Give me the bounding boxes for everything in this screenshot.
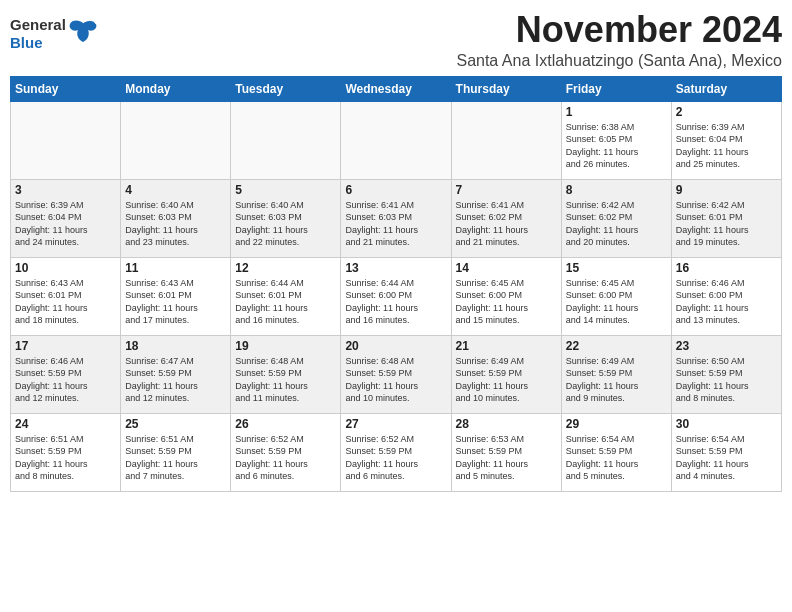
weekday-header-tuesday: Tuesday [231,76,341,101]
calendar-cell: 24Sunrise: 6:51 AM Sunset: 5:59 PM Dayli… [11,413,121,491]
day-info: Sunrise: 6:54 AM Sunset: 5:59 PM Dayligh… [676,433,777,483]
calendar-cell [11,101,121,179]
calendar-cell: 22Sunrise: 6:49 AM Sunset: 5:59 PM Dayli… [561,335,671,413]
calendar-cell: 5Sunrise: 6:40 AM Sunset: 6:03 PM Daylig… [231,179,341,257]
calendar-cell: 12Sunrise: 6:44 AM Sunset: 6:01 PM Dayli… [231,257,341,335]
day-info: Sunrise: 6:51 AM Sunset: 5:59 PM Dayligh… [125,433,226,483]
calendar-cell: 28Sunrise: 6:53 AM Sunset: 5:59 PM Dayli… [451,413,561,491]
calendar-cell: 29Sunrise: 6:54 AM Sunset: 5:59 PM Dayli… [561,413,671,491]
calendar-cell: 30Sunrise: 6:54 AM Sunset: 5:59 PM Dayli… [671,413,781,491]
day-number: 6 [345,183,446,197]
logo-text: General Blue [10,16,66,52]
calendar-cell: 4Sunrise: 6:40 AM Sunset: 6:03 PM Daylig… [121,179,231,257]
calendar-cell: 17Sunrise: 6:46 AM Sunset: 5:59 PM Dayli… [11,335,121,413]
weekday-header-sunday: Sunday [11,76,121,101]
day-info: Sunrise: 6:45 AM Sunset: 6:00 PM Dayligh… [566,277,667,327]
day-info: Sunrise: 6:54 AM Sunset: 5:59 PM Dayligh… [566,433,667,483]
header: General Blue November 2024 Santa Ana Ixt… [10,10,782,70]
day-info: Sunrise: 6:44 AM Sunset: 6:01 PM Dayligh… [235,277,336,327]
day-info: Sunrise: 6:46 AM Sunset: 5:59 PM Dayligh… [15,355,116,405]
weekday-header-row: SundayMondayTuesdayWednesdayThursdayFrid… [11,76,782,101]
day-number: 15 [566,261,667,275]
day-info: Sunrise: 6:43 AM Sunset: 6:01 PM Dayligh… [15,277,116,327]
day-info: Sunrise: 6:42 AM Sunset: 6:02 PM Dayligh… [566,199,667,249]
location-title: Santa Ana Ixtlahuatzingo (Santa Ana), Me… [118,52,782,70]
day-info: Sunrise: 6:40 AM Sunset: 6:03 PM Dayligh… [125,199,226,249]
calendar-table: SundayMondayTuesdayWednesdayThursdayFrid… [10,76,782,492]
day-number: 4 [125,183,226,197]
weekday-header-friday: Friday [561,76,671,101]
day-number: 11 [125,261,226,275]
week-row-2: 3Sunrise: 6:39 AM Sunset: 6:04 PM Daylig… [11,179,782,257]
week-row-1: 1Sunrise: 6:38 AM Sunset: 6:05 PM Daylig… [11,101,782,179]
calendar-cell [121,101,231,179]
day-number: 9 [676,183,777,197]
day-info: Sunrise: 6:45 AM Sunset: 6:00 PM Dayligh… [456,277,557,327]
day-info: Sunrise: 6:48 AM Sunset: 5:59 PM Dayligh… [345,355,446,405]
calendar-cell: 21Sunrise: 6:49 AM Sunset: 5:59 PM Dayli… [451,335,561,413]
day-info: Sunrise: 6:39 AM Sunset: 6:04 PM Dayligh… [676,121,777,171]
day-info: Sunrise: 6:53 AM Sunset: 5:59 PM Dayligh… [456,433,557,483]
day-number: 17 [15,339,116,353]
calendar-cell: 20Sunrise: 6:48 AM Sunset: 5:59 PM Dayli… [341,335,451,413]
weekday-header-monday: Monday [121,76,231,101]
day-number: 26 [235,417,336,431]
calendar-cell: 8Sunrise: 6:42 AM Sunset: 6:02 PM Daylig… [561,179,671,257]
calendar-cell: 18Sunrise: 6:47 AM Sunset: 5:59 PM Dayli… [121,335,231,413]
day-number: 13 [345,261,446,275]
day-number: 18 [125,339,226,353]
weekday-header-thursday: Thursday [451,76,561,101]
calendar-cell: 13Sunrise: 6:44 AM Sunset: 6:00 PM Dayli… [341,257,451,335]
day-info: Sunrise: 6:47 AM Sunset: 5:59 PM Dayligh… [125,355,226,405]
title-area: November 2024 Santa Ana Ixtlahuatzingo (… [118,10,782,70]
day-info: Sunrise: 6:48 AM Sunset: 5:59 PM Dayligh… [235,355,336,405]
week-row-5: 24Sunrise: 6:51 AM Sunset: 5:59 PM Dayli… [11,413,782,491]
day-number: 25 [125,417,226,431]
logo-bird-icon [68,18,98,50]
day-info: Sunrise: 6:52 AM Sunset: 5:59 PM Dayligh… [235,433,336,483]
calendar-cell: 9Sunrise: 6:42 AM Sunset: 6:01 PM Daylig… [671,179,781,257]
day-info: Sunrise: 6:39 AM Sunset: 6:04 PM Dayligh… [15,199,116,249]
logo-blue: Blue [10,34,43,51]
calendar-cell: 26Sunrise: 6:52 AM Sunset: 5:59 PM Dayli… [231,413,341,491]
day-number: 27 [345,417,446,431]
day-number: 19 [235,339,336,353]
day-info: Sunrise: 6:41 AM Sunset: 6:02 PM Dayligh… [456,199,557,249]
calendar-cell: 27Sunrise: 6:52 AM Sunset: 5:59 PM Dayli… [341,413,451,491]
calendar-cell: 11Sunrise: 6:43 AM Sunset: 6:01 PM Dayli… [121,257,231,335]
week-row-4: 17Sunrise: 6:46 AM Sunset: 5:59 PM Dayli… [11,335,782,413]
day-number: 7 [456,183,557,197]
calendar-cell [341,101,451,179]
day-number: 3 [15,183,116,197]
calendar-cell: 14Sunrise: 6:45 AM Sunset: 6:00 PM Dayli… [451,257,561,335]
month-title: November 2024 [118,10,782,50]
calendar-cell: 10Sunrise: 6:43 AM Sunset: 6:01 PM Dayli… [11,257,121,335]
day-info: Sunrise: 6:46 AM Sunset: 6:00 PM Dayligh… [676,277,777,327]
calendar-cell [451,101,561,179]
calendar-cell: 25Sunrise: 6:51 AM Sunset: 5:59 PM Dayli… [121,413,231,491]
day-info: Sunrise: 6:40 AM Sunset: 6:03 PM Dayligh… [235,199,336,249]
calendar-cell: 1Sunrise: 6:38 AM Sunset: 6:05 PM Daylig… [561,101,671,179]
calendar-cell: 2Sunrise: 6:39 AM Sunset: 6:04 PM Daylig… [671,101,781,179]
day-number: 30 [676,417,777,431]
day-info: Sunrise: 6:52 AM Sunset: 5:59 PM Dayligh… [345,433,446,483]
calendar-cell: 7Sunrise: 6:41 AM Sunset: 6:02 PM Daylig… [451,179,561,257]
day-number: 28 [456,417,557,431]
day-info: Sunrise: 6:51 AM Sunset: 5:59 PM Dayligh… [15,433,116,483]
calendar-cell: 16Sunrise: 6:46 AM Sunset: 6:00 PM Dayli… [671,257,781,335]
calendar-cell: 3Sunrise: 6:39 AM Sunset: 6:04 PM Daylig… [11,179,121,257]
day-number: 10 [15,261,116,275]
weekday-header-wednesday: Wednesday [341,76,451,101]
calendar-cell: 15Sunrise: 6:45 AM Sunset: 6:00 PM Dayli… [561,257,671,335]
day-number: 14 [456,261,557,275]
day-info: Sunrise: 6:44 AM Sunset: 6:00 PM Dayligh… [345,277,446,327]
day-info: Sunrise: 6:43 AM Sunset: 6:01 PM Dayligh… [125,277,226,327]
calendar-cell: 23Sunrise: 6:50 AM Sunset: 5:59 PM Dayli… [671,335,781,413]
day-number: 20 [345,339,446,353]
day-info: Sunrise: 6:49 AM Sunset: 5:59 PM Dayligh… [566,355,667,405]
weekday-header-saturday: Saturday [671,76,781,101]
day-info: Sunrise: 6:42 AM Sunset: 6:01 PM Dayligh… [676,199,777,249]
day-number: 8 [566,183,667,197]
week-row-3: 10Sunrise: 6:43 AM Sunset: 6:01 PM Dayli… [11,257,782,335]
day-number: 29 [566,417,667,431]
